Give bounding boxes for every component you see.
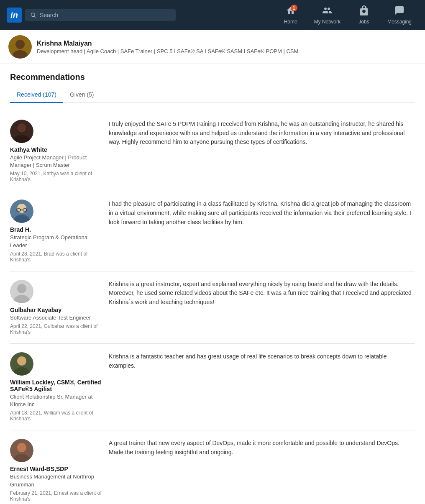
notification-badge-home: 1 xyxy=(291,5,297,11)
nav-item-messaging[interactable]: Messaging xyxy=(381,2,418,28)
rec-avatar-kathya xyxy=(10,120,33,143)
my-network-icon xyxy=(322,5,332,18)
rec-name-ernest: Ernest Ward-BS,SDP xyxy=(10,466,102,472)
profile-info: Krishna Malaiyan Development head | Agil… xyxy=(37,40,298,54)
rec-left-william: William Lockley, CSM®, Certified SAFe®5 … xyxy=(10,352,102,422)
svg-point-22 xyxy=(17,443,26,452)
recommendation-item: Kathya White Agile Project Manager | Pro… xyxy=(10,111,415,191)
rec-text-william: Krishna is a fantastic teacher and has g… xyxy=(109,352,415,370)
nav-label-my-network: My Network xyxy=(314,19,341,25)
nav-item-jobs[interactable]: Jobs xyxy=(349,2,379,28)
svg-point-3 xyxy=(15,40,25,49)
svg-point-8 xyxy=(17,123,26,133)
rec-right-brad: I had the pleasure of participating in a… xyxy=(109,200,415,262)
rec-left-gulbahar: Gulbahar Kayabay Software Associate Test… xyxy=(10,280,102,335)
svg-line-1 xyxy=(34,16,36,18)
rec-left-kathya: Kathya White Agile Project Manager | Pro… xyxy=(10,120,102,182)
rec-text-gulbahar: Krishna is a great instructor, expert an… xyxy=(109,280,415,307)
navbar: in 1 Home My Network xyxy=(0,0,425,30)
recommendations-list: Kathya White Agile Project Manager | Pro… xyxy=(10,111,415,504)
svg-point-0 xyxy=(31,13,35,17)
profile-header: Krishna Malaiyan Development head | Agil… xyxy=(0,30,425,64)
rec-name-william: William Lockley, CSM®, Certified SAFe®5 … xyxy=(10,379,102,392)
profile-avatar-image xyxy=(8,35,32,59)
rec-text-ernest: A great trainer that new every aspect of… xyxy=(109,439,415,457)
nav-item-my-network[interactable]: My Network xyxy=(307,2,347,28)
rec-title-william: Client Relationship Sr. Manager at Kforc… xyxy=(10,393,102,408)
recommendations-tabs: Received (107) Given (5) xyxy=(10,87,415,103)
jobs-icon xyxy=(359,5,369,18)
rec-title-gulbahar: Software Associate Test Engineer xyxy=(10,314,102,322)
tab-received[interactable]: Received (107) xyxy=(10,87,63,103)
search-input[interactable] xyxy=(40,12,171,18)
linkedin-logo: in xyxy=(7,8,22,23)
rec-left-brad: Brad H. Strategic Program & Operational … xyxy=(10,200,102,262)
rec-avatar-brad xyxy=(10,200,33,223)
rec-text-brad: I had the pleasure of participating in a… xyxy=(109,200,415,227)
nav-label-jobs: Jobs xyxy=(358,19,369,25)
rec-text-kathya: I truly enjoyed the SAFe 5 POPM training… xyxy=(109,120,415,147)
tab-given[interactable]: Given (5) xyxy=(63,87,101,103)
search-bar[interactable] xyxy=(25,9,176,21)
rec-right-william: Krishna is a fantastic teacher and has g… xyxy=(109,352,415,422)
section-title: Recommendations xyxy=(10,72,415,82)
recommendation-item: Gulbahar Kayabay Software Associate Test… xyxy=(10,271,415,344)
home-icon: 1 xyxy=(286,5,296,18)
recommendation-item: Brad H. Strategic Program & Operational … xyxy=(10,191,415,271)
profile-name: Krishna Malaiyan xyxy=(37,40,298,47)
rec-name-kathya: Kathya White xyxy=(10,146,102,153)
profile-headline: Development head | Agile Coach | SAFe Tr… xyxy=(37,48,298,54)
nav-item-home[interactable]: 1 Home xyxy=(276,2,306,28)
recommendation-item: William Lockley, CSM®, Certified SAFe®5 … xyxy=(10,344,415,430)
rec-right-gulbahar: Krishna is a great instructor, expert an… xyxy=(109,280,415,335)
rec-name-gulbahar: Gulbahar Kayabay xyxy=(10,307,102,313)
rec-title-ernest: Business Management at Northrop Grumman xyxy=(10,473,102,488)
rec-date-ernest: February 21, 2021, Ernest was a client o… xyxy=(10,490,102,502)
rec-title-brad: Strategic Program & Operational Leader xyxy=(10,234,102,249)
rec-avatar-william xyxy=(10,352,33,376)
rec-avatar-ernest xyxy=(10,439,33,462)
rec-date-gulbahar: April 22, 2021, Gulbahar was a client of… xyxy=(10,323,102,335)
rec-date-kathya: May 10, 2021, Kathya was a client of Kri… xyxy=(10,171,102,182)
rec-right-ernest: A great trainer that new every aspect of… xyxy=(109,439,415,501)
messaging-icon xyxy=(394,5,405,18)
rec-date-brad: April 28, 2021, Brad was a client of Kri… xyxy=(10,251,102,263)
rec-name-brad: Brad H. xyxy=(10,226,102,233)
search-icon xyxy=(30,12,36,18)
recommendation-item: Ernest Ward-BS,SDP Business Management a… xyxy=(10,430,415,504)
nav-label-home: Home xyxy=(284,19,297,25)
nav-label-messaging: Messaging xyxy=(387,19,412,25)
rec-title-kathya: Agile Project Manager | Product Manager … xyxy=(10,154,102,169)
svg-point-19 xyxy=(17,356,26,366)
rec-date-william: April 18, 2021, William was a client of … xyxy=(10,410,102,422)
rec-left-ernest: Ernest Ward-BS,SDP Business Management a… xyxy=(10,439,102,501)
main-content: Recommendations Received (107) Given (5)… xyxy=(0,64,425,504)
rec-avatar-gulbahar xyxy=(10,280,33,303)
nav-items: 1 Home My Network Jobs xyxy=(276,2,418,28)
profile-avatar xyxy=(8,35,32,59)
rec-right-kathya: I truly enjoyed the SAFe 5 POPM training… xyxy=(109,120,415,182)
svg-point-16 xyxy=(17,284,26,293)
